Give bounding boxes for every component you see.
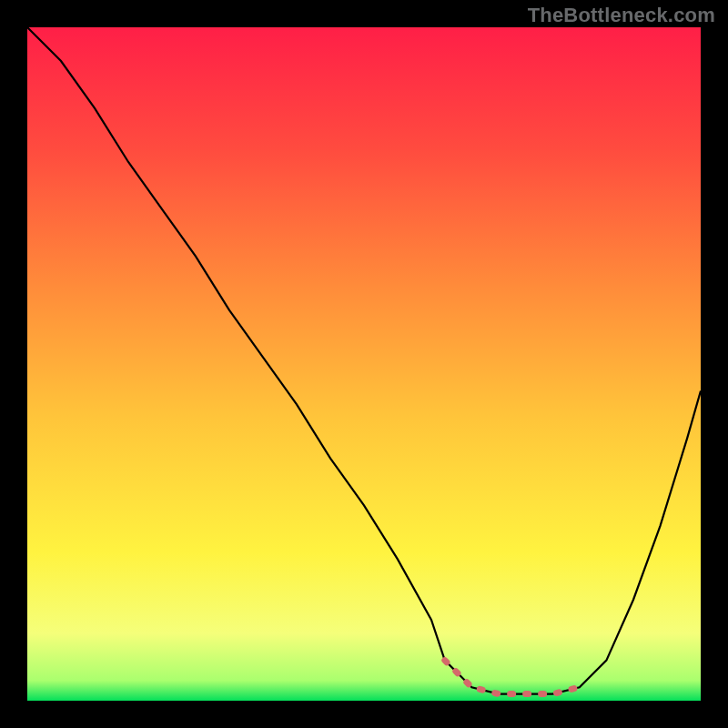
chart-svg [27, 27, 701, 701]
chart-frame: TheBottleneck.com [0, 0, 728, 728]
gradient-background [27, 27, 701, 701]
bottleneck-chart [27, 27, 701, 701]
watermark-text: TheBottleneck.com [528, 4, 715, 27]
